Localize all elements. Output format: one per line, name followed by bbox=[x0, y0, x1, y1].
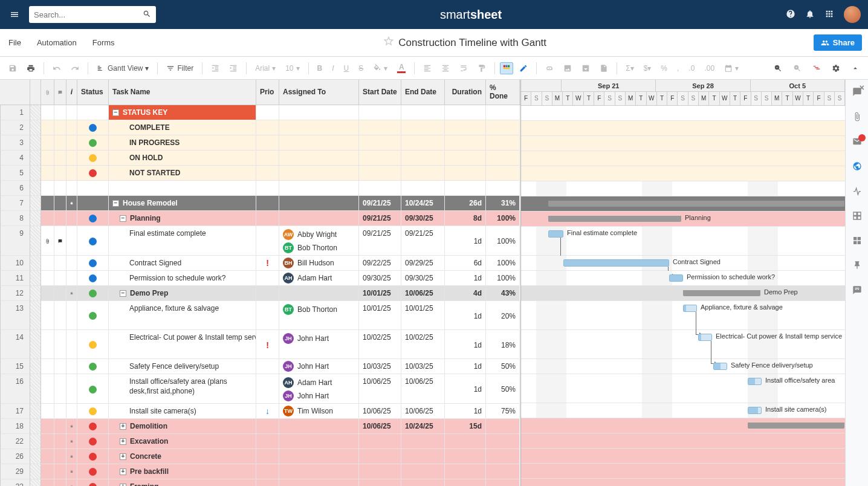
cell-start[interactable]: 10/06/25 bbox=[359, 374, 401, 404]
cell-attach[interactable] bbox=[41, 404, 54, 419]
print-icon[interactable] bbox=[23, 62, 39, 75]
cell-status[interactable] bbox=[77, 479, 109, 486]
cell-task[interactable]: Contract Signed bbox=[109, 256, 256, 271]
grid-row[interactable]: 5NOT STARTED bbox=[0, 166, 520, 181]
cell-status[interactable] bbox=[77, 449, 109, 464]
gantt-row[interactable] bbox=[521, 479, 845, 486]
gantt-row[interactable]: Safety Fence delivery/setup bbox=[521, 359, 845, 374]
gantt-row[interactable] bbox=[521, 449, 845, 464]
cell-start[interactable]: 10/01/25 bbox=[359, 301, 401, 330]
col-status[interactable]: Status bbox=[77, 80, 109, 105]
cell-attach[interactable] bbox=[41, 105, 54, 120]
grid-row[interactable]: 12−Demo Prep10/01/2510/06/254d43% bbox=[0, 286, 520, 301]
cell-done[interactable] bbox=[486, 151, 520, 166]
cell-prio[interactable] bbox=[256, 359, 279, 374]
cell-done[interactable]: 43% bbox=[486, 286, 520, 301]
cell-done[interactable] bbox=[486, 449, 520, 464]
cell-end[interactable]: 10/03/25 bbox=[401, 359, 445, 374]
gantt-row[interactable]: Install office/safety area bbox=[521, 374, 845, 403]
cell-start[interactable] bbox=[359, 464, 401, 479]
cell-duration[interactable]: 8d bbox=[445, 211, 486, 226]
gantt-row[interactable] bbox=[521, 106, 845, 121]
cell-assigned[interactable] bbox=[279, 434, 359, 449]
cell-status[interactable] bbox=[77, 151, 109, 166]
col-comment[interactable] bbox=[54, 80, 66, 105]
cell-assigned[interactable] bbox=[279, 211, 359, 226]
cell-start[interactable]: 09/21/25 bbox=[359, 226, 401, 256]
col-prio[interactable]: Prio bbox=[256, 80, 279, 105]
cell-assigned[interactable] bbox=[279, 464, 359, 479]
gantt-row[interactable]: Demo Prep bbox=[521, 286, 845, 301]
cell-duration[interactable]: 1d bbox=[445, 374, 486, 404]
cell-comment[interactable] bbox=[54, 359, 66, 374]
cell-end[interactable]: 10/06/25 bbox=[401, 286, 445, 301]
cell-status[interactable] bbox=[77, 226, 109, 256]
cell-end[interactable] bbox=[401, 181, 445, 196]
cell-end[interactable] bbox=[401, 135, 445, 151]
cell-end[interactable] bbox=[401, 449, 445, 464]
gantt-row[interactable] bbox=[521, 151, 845, 166]
collapse-toggle[interactable]: + bbox=[120, 438, 126, 445]
grid-row[interactable]: 3IN PROGRESS bbox=[0, 135, 520, 151]
cell-duration[interactable] bbox=[445, 105, 486, 120]
cell-task[interactable]: +Pre backfill bbox=[109, 464, 256, 479]
cell-attach[interactable] bbox=[41, 166, 54, 181]
cell-start[interactable]: 10/01/25 bbox=[359, 286, 401, 301]
dec-inc-icon[interactable]: .0 bbox=[685, 62, 698, 75]
row-number[interactable]: 8 bbox=[0, 211, 30, 226]
gantt-row[interactable] bbox=[521, 136, 845, 151]
grid-row[interactable]: 13Appliance, fixture & salvageBTBob Thor… bbox=[0, 301, 520, 330]
cell-comment[interactable] bbox=[54, 226, 66, 256]
gantt-row[interactable]: Final estimate complete bbox=[521, 227, 845, 256]
row-number[interactable]: 12 bbox=[0, 286, 30, 301]
cell-status[interactable] bbox=[77, 120, 109, 135]
cell-assigned[interactable] bbox=[279, 120, 359, 135]
cell-prio[interactable] bbox=[256, 120, 279, 135]
collapse-toggle[interactable]: + bbox=[120, 484, 126, 486]
row-number[interactable]: 5 bbox=[0, 166, 30, 181]
grid-row[interactable]: 10Contract Signed!BHBill Hudson09/22/250… bbox=[0, 256, 520, 271]
rail-proof-icon[interactable] bbox=[852, 137, 862, 148]
cell-task[interactable]: Appliance, fixture & salvage bbox=[109, 301, 256, 330]
cell-prio[interactable] bbox=[256, 105, 279, 120]
gantt-row[interactable] bbox=[521, 433, 845, 449]
menu-file[interactable]: File bbox=[6, 36, 24, 50]
row-number[interactable]: 32 bbox=[0, 479, 30, 486]
cell-end[interactable] bbox=[401, 120, 445, 135]
align-left-icon[interactable] bbox=[419, 62, 435, 75]
bell-icon[interactable] bbox=[805, 9, 815, 21]
cell-prio[interactable] bbox=[256, 479, 279, 486]
cell-prio[interactable] bbox=[256, 151, 279, 166]
grid-row[interactable]: 15Safety Fence delivery/setupJHJohn Hart… bbox=[0, 359, 520, 374]
cell-end[interactable] bbox=[401, 166, 445, 181]
cell-assigned[interactable]: AHAdam Hart bbox=[279, 271, 359, 286]
cell-attach[interactable] bbox=[41, 256, 54, 271]
cell-end[interactable]: 10/06/25 bbox=[401, 374, 445, 404]
cell-start[interactable] bbox=[359, 135, 401, 151]
cell-task[interactable]: +Framing bbox=[109, 479, 256, 486]
gantt-row[interactable]: Install site camera(s) bbox=[521, 403, 845, 418]
collapse-toggle[interactable]: − bbox=[120, 290, 126, 297]
cell-done[interactable]: 20% bbox=[486, 301, 520, 330]
redo-icon[interactable] bbox=[67, 62, 83, 75]
cell-comment[interactable] bbox=[54, 256, 66, 271]
grid-row[interactable]: 29+Pre backfill bbox=[0, 464, 520, 479]
gantt-bar[interactable] bbox=[748, 423, 844, 429]
gantt-bar[interactable] bbox=[713, 363, 727, 370]
cell-assigned[interactable] bbox=[279, 105, 359, 120]
currency-icon[interactable]: $▾ bbox=[640, 62, 655, 75]
font-name[interactable]: Arial ▾ bbox=[251, 62, 279, 75]
cell-assigned[interactable]: JHJohn Hart bbox=[279, 359, 359, 374]
cell-attach[interactable] bbox=[41, 120, 54, 135]
row-number[interactable]: 26 bbox=[0, 449, 30, 464]
cell-assigned[interactable] bbox=[279, 479, 359, 486]
gantt-bar[interactable] bbox=[548, 201, 844, 207]
cell-assigned[interactable]: AWAbby WrightBTBob Thorton bbox=[279, 226, 359, 256]
cell-done[interactable] bbox=[486, 105, 520, 120]
lock-format-icon[interactable] bbox=[596, 62, 612, 75]
cell-done[interactable] bbox=[486, 135, 520, 151]
cell-done[interactable]: 100% bbox=[486, 256, 520, 271]
gantt-row[interactable]: Permission to schedule work? bbox=[521, 271, 845, 286]
cell-end[interactable] bbox=[401, 464, 445, 479]
col-assigned[interactable]: Assigned To bbox=[279, 80, 359, 105]
